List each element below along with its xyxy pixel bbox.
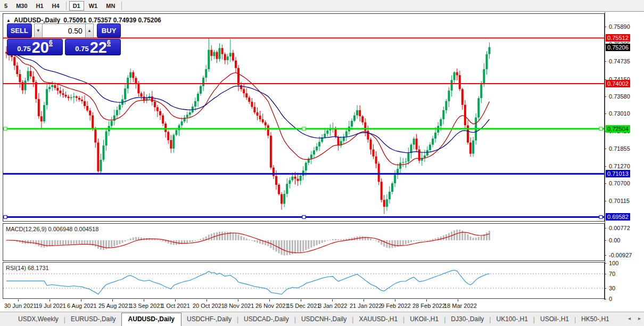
- chart-tab-ukoil-h1[interactable]: UKOil-,H1: [404, 313, 444, 326]
- chart-tab-usdchf-daily[interactable]: USDCHF-,Daily: [181, 313, 237, 326]
- date-label: 30 Jun 2021: [4, 303, 37, 309]
- chart-symbol-label: AUDUSD-,Daily: [14, 17, 60, 24]
- chart-tab-uk100-h1[interactable]: UK100-,H1: [491, 313, 533, 326]
- price-tick-label: 0.70115: [609, 198, 630, 204]
- rsi-tick-label: 100: [609, 260, 618, 266]
- timeframe-button-m30[interactable]: M30: [12, 1, 31, 11]
- price-level-label: 0.72504: [606, 125, 630, 133]
- tab-scroll-buttons: ◂ ▸: [628, 315, 641, 321]
- date-tick-mark: [112, 299, 113, 301]
- price-tick-label: 0.71855: [609, 145, 630, 152]
- sell-price-pipette: 6: [49, 40, 53, 46]
- buy-price-pipette: 6: [107, 40, 111, 46]
- price-tick-label: 0.73010: [609, 110, 630, 117]
- macd-tick-label: 0.00772: [609, 225, 630, 231]
- price-axis[interactable]: 0.758900.753050.747350.741500.735800.730…: [605, 12, 644, 300]
- trading-workspace: 5M30H1H4D1W1MN ▲ AUDUSD-,Daily 0.75091 0…: [0, 0, 644, 326]
- price-level-label: 0.69582: [606, 213, 630, 221]
- rsi-tick-label: 70: [609, 271, 615, 277]
- date-tick-mark: [458, 299, 458, 301]
- date-label: 6 Aug 2021: [67, 303, 97, 309]
- price-level-label: 0.71013: [606, 170, 630, 177]
- timeframe-button-5[interactable]: 5: [1, 1, 11, 11]
- date-label: 15 Dec 2021: [287, 303, 320, 309]
- buy-price-main: 22: [90, 40, 107, 54]
- price-tick-label: 0.75890: [609, 23, 630, 30]
- price-tick-label: 0.70700: [609, 180, 630, 186]
- macd-label: MACD(12,26,9) 0.006948 0.004518: [6, 226, 98, 232]
- tab-scroll-right-icon[interactable]: ▸: [638, 315, 641, 321]
- timeframe-button-mn[interactable]: MN: [102, 1, 119, 11]
- buy-price-box[interactable]: 0.75 22 6: [65, 39, 121, 55]
- date-label: 25 Aug 2021: [98, 303, 131, 309]
- tab-scroll-left-icon[interactable]: ◂: [628, 315, 631, 321]
- macd-panel[interactable]: MACD(12,26,9) 0.006948 0.004518: [3, 223, 605, 261]
- buy-price-prefix: 0.75: [75, 44, 88, 54]
- date-label: 28 Feb 2022: [412, 303, 445, 309]
- one-click-trade-panel: SELL ▼ ▲ BUY 0.75 20 6 0.75 22 6: [7, 23, 121, 55]
- price-tick-label: 0.73580: [609, 93, 630, 100]
- macd-tick-label: 0.00: [609, 237, 620, 243]
- volume-decrease-button[interactable]: ▼: [34, 23, 43, 38]
- date-label: 26 Nov 2021: [255, 303, 288, 309]
- date-tick-mark: [144, 299, 144, 301]
- volume-increase-button[interactable]: ▲: [85, 23, 94, 38]
- chart-title: ▲ AUDUSD-,Daily 0.75091 0.75357 0.74939 …: [6, 17, 161, 24]
- timeframe-toolbar: 5M30H1H4D1W1MN: [0, 0, 644, 12]
- date-tick-mark: [18, 299, 19, 301]
- toolbar-separator: [66, 2, 67, 10]
- date-tick-mark: [238, 299, 238, 301]
- volume-input[interactable]: [43, 23, 85, 38]
- sell-price-main: 20: [32, 40, 49, 54]
- price-tick-label: 0.71270: [609, 163, 630, 169]
- date-label: 20 Oct 2021: [193, 303, 225, 309]
- trade-panel-top-row: SELL ▼ ▲ BUY: [7, 23, 121, 38]
- date-label: 8 Nov 2021: [224, 303, 254, 309]
- chart-tab-bar: USDX,Weekly|EURUSD-,DailyAUDUSD-,DailyUS…: [0, 312, 644, 326]
- timeframe-button-w1[interactable]: W1: [85, 1, 102, 11]
- rsi-label: RSI(14) 68.1731: [6, 265, 49, 271]
- date-label: 13 Sep 2021: [130, 303, 163, 309]
- chart-tab-usdcad-daily[interactable]: USDCAD-,Daily: [238, 313, 294, 326]
- trade-panel-price-row: 0.75 20 6 0.75 22 6: [7, 39, 121, 55]
- date-label: 18 Mar 2022: [444, 303, 477, 309]
- rsi-tick-label: 0: [609, 296, 612, 302]
- rsi-svg[interactable]: [3, 263, 604, 298]
- chart-tab-usdcnh-daily[interactable]: USDCNH-,Daily: [296, 313, 352, 326]
- sell-price-box[interactable]: 0.75 20 6: [7, 39, 63, 55]
- timeframe-button-h1[interactable]: H1: [32, 1, 47, 11]
- macd-tick-label: -0.00927: [609, 252, 632, 258]
- chart-tab-dj30-daily[interactable]: DJ30-,Daily: [445, 313, 489, 326]
- date-label: 21 Jan 2022: [350, 303, 382, 309]
- date-label: 1 Oct 2021: [161, 303, 190, 309]
- price-tick-label: 0.74735: [609, 58, 630, 64]
- chart-tab-usoil-h1[interactable]: USOil-,H1: [535, 313, 574, 326]
- date-tick-mark: [426, 299, 427, 301]
- date-tick-mark: [175, 299, 176, 301]
- price-level-label: 0.74002: [606, 80, 630, 87]
- timeframe-button-h4[interactable]: H4: [48, 1, 63, 11]
- chart-expand-icon[interactable]: ▲: [6, 18, 11, 23]
- date-label: 19 Jul 2021: [36, 303, 66, 309]
- chart-tab-eurusd-daily[interactable]: EURUSD-,Daily: [65, 313, 121, 326]
- rsi-canvas[interactable]: [3, 263, 604, 298]
- buy-button[interactable]: BUY: [97, 23, 121, 38]
- sell-price-prefix: 0.75: [17, 44, 30, 54]
- toolbar-separator: [121, 2, 122, 10]
- macd-values: 0.006948 0.004518: [48, 226, 98, 232]
- chart-tab-audusd-daily[interactable]: AUDUSD-,Daily: [121, 313, 181, 326]
- timeframe-button-d1[interactable]: D1: [69, 1, 84, 11]
- rsi-panel[interactable]: RSI(14) 68.1731: [3, 262, 605, 299]
- date-tick-mark: [332, 299, 333, 301]
- rsi-tick-label: 30: [609, 285, 615, 291]
- sell-button[interactable]: SELL: [7, 23, 32, 38]
- chart-tab-xauusd-h1[interactable]: XAUUSD-,H1: [353, 313, 403, 326]
- chart-tab-usdx-weekly[interactable]: USDX,Weekly: [13, 313, 64, 326]
- date-tick-mark: [364, 299, 364, 301]
- date-tick-mark: [81, 299, 81, 301]
- date-axis[interactable]: 30 Jun 202119 Jul 20216 Aug 202125 Aug 2…: [3, 299, 605, 312]
- chart-tab-hk50-h1[interactable]: HK50-,H1: [576, 313, 615, 326]
- date-tick-mark: [269, 299, 270, 301]
- date-tick-mark: [207, 299, 207, 301]
- price-level-label: 0.75206: [606, 44, 630, 51]
